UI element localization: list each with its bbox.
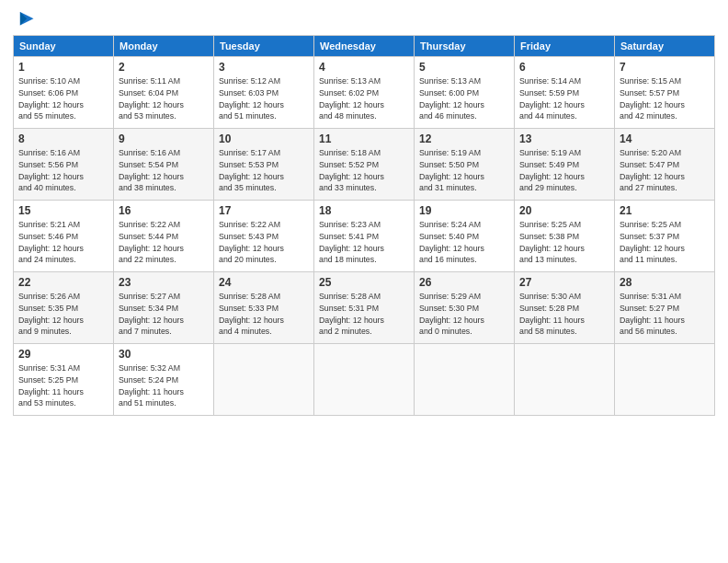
day-number: 28 — [620, 276, 710, 289]
day-number: 19 — [419, 204, 509, 217]
day-info: Sunrise: 5:22 AM Sunset: 5:43 PM Dayligh… — [219, 219, 309, 266]
calendar-table: SundayMondayTuesdayWednesdayThursdayFrid… — [13, 35, 715, 416]
calendar-cell: 7Sunrise: 5:15 AM Sunset: 5:57 PM Daylig… — [615, 57, 715, 129]
day-info: Sunrise: 5:11 AM Sunset: 6:04 PM Dayligh… — [119, 75, 209, 122]
logo-icon — [15, 9, 35, 29]
day-number: 21 — [620, 204, 710, 217]
calendar-cell: 23Sunrise: 5:27 AM Sunset: 5:34 PM Dayli… — [114, 272, 214, 344]
day-number: 13 — [519, 132, 609, 145]
calendar-cell: 6Sunrise: 5:14 AM Sunset: 5:59 PM Daylig… — [515, 57, 615, 129]
calendar-cell: 17Sunrise: 5:22 AM Sunset: 5:43 PM Dayli… — [214, 201, 314, 272]
day-number: 25 — [319, 276, 409, 289]
calendar-cell: 15Sunrise: 5:21 AM Sunset: 5:46 PM Dayli… — [14, 201, 114, 272]
day-number: 29 — [18, 348, 108, 361]
day-number: 16 — [119, 204, 209, 217]
day-info: Sunrise: 5:13 AM Sunset: 6:00 PM Dayligh… — [419, 75, 509, 122]
col-header-tuesday: Tuesday — [214, 36, 314, 57]
calendar-cell: 21Sunrise: 5:25 AM Sunset: 5:37 PM Dayli… — [615, 201, 715, 272]
calendar-cell: 16Sunrise: 5:22 AM Sunset: 5:44 PM Dayli… — [114, 201, 214, 272]
calendar-cell: 8Sunrise: 5:16 AM Sunset: 5:56 PM Daylig… — [14, 129, 114, 201]
day-number: 30 — [119, 348, 209, 361]
day-number: 11 — [319, 132, 409, 145]
calendar-cell: 18Sunrise: 5:23 AM Sunset: 5:41 PM Dayli… — [314, 201, 415, 272]
day-number: 1 — [18, 61, 108, 74]
calendar-cell: 10Sunrise: 5:17 AM Sunset: 5:53 PM Dayli… — [214, 129, 314, 201]
col-header-sunday: Sunday — [14, 36, 114, 57]
day-number: 5 — [419, 61, 509, 74]
day-number: 6 — [519, 61, 609, 74]
calendar-cell: 9Sunrise: 5:16 AM Sunset: 5:54 PM Daylig… — [114, 129, 214, 201]
day-number: 10 — [219, 132, 309, 145]
calendar-cell — [214, 344, 314, 416]
calendar-cell: 26Sunrise: 5:29 AM Sunset: 5:30 PM Dayli… — [415, 272, 515, 344]
day-info: Sunrise: 5:21 AM Sunset: 5:46 PM Dayligh… — [18, 219, 108, 266]
calendar-cell: 27Sunrise: 5:30 AM Sunset: 5:28 PM Dayli… — [515, 272, 615, 344]
day-number: 15 — [18, 204, 108, 217]
day-number: 14 — [620, 132, 710, 145]
col-header-monday: Monday — [114, 36, 214, 57]
calendar-cell: 13Sunrise: 5:19 AM Sunset: 5:49 PM Dayli… — [515, 129, 615, 201]
day-number: 22 — [18, 276, 108, 289]
day-info: Sunrise: 5:28 AM Sunset: 5:33 PM Dayligh… — [219, 291, 309, 338]
calendar-cell: 20Sunrise: 5:25 AM Sunset: 5:38 PM Dayli… — [515, 201, 615, 272]
day-info: Sunrise: 5:20 AM Sunset: 5:47 PM Dayligh… — [620, 147, 710, 194]
day-info: Sunrise: 5:12 AM Sunset: 6:03 PM Dayligh… — [219, 75, 309, 122]
calendar-cell: 1Sunrise: 5:10 AM Sunset: 6:06 PM Daylig… — [14, 57, 114, 129]
day-number: 12 — [419, 132, 509, 145]
calendar-cell — [415, 344, 515, 416]
calendar-cell: 24Sunrise: 5:28 AM Sunset: 5:33 PM Dayli… — [214, 272, 314, 344]
day-number: 27 — [519, 276, 609, 289]
calendar-cell: 12Sunrise: 5:19 AM Sunset: 5:50 PM Dayli… — [415, 129, 515, 201]
calendar-cell: 29Sunrise: 5:31 AM Sunset: 5:25 PM Dayli… — [14, 344, 114, 416]
day-info: Sunrise: 5:24 AM Sunset: 5:40 PM Dayligh… — [419, 219, 509, 266]
day-info: Sunrise: 5:25 AM Sunset: 5:37 PM Dayligh… — [620, 219, 710, 266]
day-info: Sunrise: 5:10 AM Sunset: 6:06 PM Dayligh… — [18, 75, 108, 122]
day-number: 18 — [319, 204, 409, 217]
calendar-cell — [314, 344, 415, 416]
day-number: 8 — [18, 132, 108, 145]
page-header — [13, 9, 715, 29]
col-header-thursday: Thursday — [415, 36, 515, 57]
day-info: Sunrise: 5:29 AM Sunset: 5:30 PM Dayligh… — [419, 291, 509, 338]
calendar-cell: 30Sunrise: 5:32 AM Sunset: 5:24 PM Dayli… — [114, 344, 214, 416]
day-number: 7 — [620, 61, 710, 74]
day-info: Sunrise: 5:13 AM Sunset: 6:02 PM Dayligh… — [319, 75, 409, 122]
day-info: Sunrise: 5:27 AM Sunset: 5:34 PM Dayligh… — [119, 291, 209, 338]
day-info: Sunrise: 5:30 AM Sunset: 5:28 PM Dayligh… — [519, 291, 609, 338]
calendar-cell: 25Sunrise: 5:28 AM Sunset: 5:31 PM Dayli… — [314, 272, 415, 344]
day-info: Sunrise: 5:26 AM Sunset: 5:35 PM Dayligh… — [18, 291, 108, 338]
day-info: Sunrise: 5:18 AM Sunset: 5:52 PM Dayligh… — [319, 147, 409, 194]
day-info: Sunrise: 5:25 AM Sunset: 5:38 PM Dayligh… — [519, 219, 609, 266]
day-info: Sunrise: 5:14 AM Sunset: 5:59 PM Dayligh… — [519, 75, 609, 122]
calendar-cell — [515, 344, 615, 416]
logo — [13, 9, 35, 29]
day-info: Sunrise: 5:31 AM Sunset: 5:25 PM Dayligh… — [18, 362, 108, 409]
day-number: 17 — [219, 204, 309, 217]
day-number: 3 — [219, 61, 309, 74]
day-info: Sunrise: 5:22 AM Sunset: 5:44 PM Dayligh… — [119, 219, 209, 266]
calendar-cell: 2Sunrise: 5:11 AM Sunset: 6:04 PM Daylig… — [114, 57, 214, 129]
day-number: 9 — [119, 132, 209, 145]
col-header-friday: Friday — [515, 36, 615, 57]
day-number: 4 — [319, 61, 409, 74]
day-number: 2 — [119, 61, 209, 74]
day-number: 26 — [419, 276, 509, 289]
day-number: 20 — [519, 204, 609, 217]
calendar-cell — [615, 344, 715, 416]
calendar-cell: 14Sunrise: 5:20 AM Sunset: 5:47 PM Dayli… — [615, 129, 715, 201]
day-info: Sunrise: 5:17 AM Sunset: 5:53 PM Dayligh… — [219, 147, 309, 194]
day-info: Sunrise: 5:32 AM Sunset: 5:24 PM Dayligh… — [119, 362, 209, 409]
day-info: Sunrise: 5:16 AM Sunset: 5:54 PM Dayligh… — [119, 147, 209, 194]
calendar-cell: 28Sunrise: 5:31 AM Sunset: 5:27 PM Dayli… — [615, 272, 715, 344]
calendar-cell: 3Sunrise: 5:12 AM Sunset: 6:03 PM Daylig… — [214, 57, 314, 129]
calendar-cell: 19Sunrise: 5:24 AM Sunset: 5:40 PM Dayli… — [415, 201, 515, 272]
day-number: 24 — [219, 276, 309, 289]
calendar-cell: 5Sunrise: 5:13 AM Sunset: 6:00 PM Daylig… — [415, 57, 515, 129]
day-info: Sunrise: 5:19 AM Sunset: 5:49 PM Dayligh… — [519, 147, 609, 194]
day-info: Sunrise: 5:15 AM Sunset: 5:57 PM Dayligh… — [620, 75, 710, 122]
day-info: Sunrise: 5:23 AM Sunset: 5:41 PM Dayligh… — [319, 219, 409, 266]
day-info: Sunrise: 5:28 AM Sunset: 5:31 PM Dayligh… — [319, 291, 409, 338]
col-header-wednesday: Wednesday — [314, 36, 415, 57]
day-number: 23 — [119, 276, 209, 289]
calendar-cell: 4Sunrise: 5:13 AM Sunset: 6:02 PM Daylig… — [314, 57, 415, 129]
